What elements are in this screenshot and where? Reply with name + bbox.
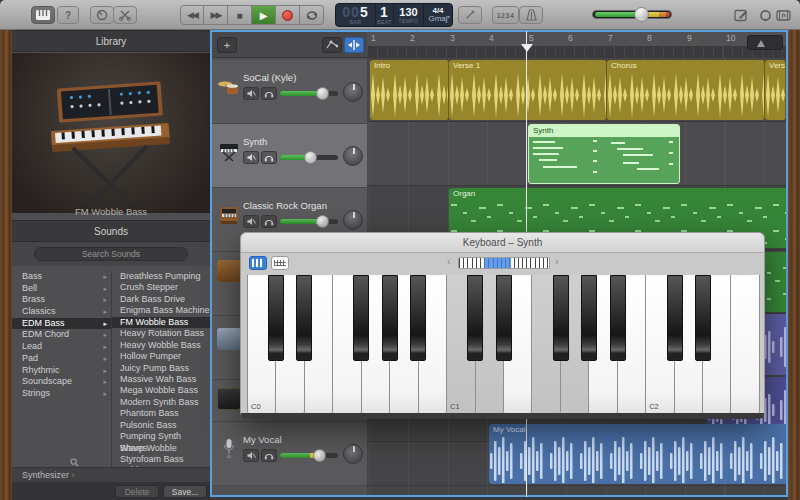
track-volume-slider[interactable]: [280, 453, 338, 458]
category-row[interactable]: Soundscape▸: [12, 376, 111, 388]
track-volume-slider[interactable]: [280, 219, 338, 224]
track-header-synth[interactable]: Synth: [212, 124, 367, 188]
region-verse1[interactable]: Verse 1: [449, 60, 607, 120]
piano-key-Ds1[interactable]: [496, 275, 512, 361]
playhead-marker[interactable]: [521, 44, 533, 52]
category-row[interactable]: Strings▸: [12, 388, 111, 400]
octave-range-strip[interactable]: [458, 257, 550, 269]
piano-key-Cs1[interactable]: [467, 275, 483, 361]
count-in-button[interactable]: 1234: [492, 6, 519, 24]
add-track-button[interactable]: +: [217, 37, 237, 53]
sound-row-selected[interactable]: FM Wobble Bass: [112, 317, 210, 328]
sound-row[interactable]: Crush Stepper: [112, 282, 210, 293]
sound-row[interactable]: Juicy Pump Bass: [112, 363, 210, 374]
solo-button[interactable]: [261, 449, 277, 462]
octave-selection[interactable]: [484, 258, 511, 268]
sound-row[interactable]: Dark Bass Drive: [112, 294, 210, 305]
piano-key-Cs2[interactable]: [667, 275, 683, 361]
play-button[interactable]: ▶: [252, 5, 276, 25]
category-row[interactable]: EDM Chord▸: [12, 329, 111, 341]
editors-button[interactable]: [113, 6, 137, 24]
sound-row[interactable]: Styrofoam Bass: [112, 454, 210, 465]
sound-row[interactable]: Heavy Wobble Bass: [112, 340, 210, 351]
category-row-selected[interactable]: EDM Bass▸: [12, 318, 111, 330]
volume-knob[interactable]: [313, 449, 326, 462]
mute-button[interactable]: [243, 449, 259, 462]
category-row[interactable]: Bell▸: [12, 283, 111, 295]
sound-row[interactable]: Hollow Pumper: [112, 351, 210, 362]
pan-knob[interactable]: [343, 210, 363, 230]
pan-knob[interactable]: [343, 146, 363, 166]
chevron-down-icon[interactable]: ▾: [447, 13, 450, 20]
volume-knob[interactable]: [304, 151, 317, 164]
footer-row[interactable]: Synthesizer ›: [12, 467, 210, 482]
library-toggle-button[interactable]: [31, 6, 55, 24]
category-row[interactable]: Classics▸: [12, 306, 111, 318]
delete-button[interactable]: Delete: [115, 485, 159, 498]
pan-knob[interactable]: [343, 82, 363, 102]
region-synth[interactable]: Synth: [528, 124, 680, 184]
category-row[interactable]: Lead▸: [12, 341, 111, 353]
stop-button[interactable]: ■: [228, 5, 252, 25]
tuner-button[interactable]: [458, 6, 482, 24]
notepad-button[interactable]: [730, 6, 752, 24]
solo-button[interactable]: [261, 151, 277, 164]
record-button[interactable]: [276, 5, 300, 25]
category-row[interactable]: Bass▸: [12, 271, 111, 283]
master-volume-knob[interactable]: [634, 7, 649, 22]
automation-button[interactable]: [322, 37, 342, 53]
sound-row[interactable]: Breathless Pumping: [112, 271, 210, 282]
sound-row[interactable]: Sharp Wobble: [112, 443, 210, 454]
track-header-socal[interactable]: SoCal (Kyle): [212, 60, 367, 124]
search-sounds-input[interactable]: [34, 247, 188, 261]
track-volume-slider[interactable]: [280, 155, 338, 160]
keyboard-window[interactable]: Keyboard – Synth ‹ › C0 C1 C2: [240, 232, 765, 418]
save-button[interactable]: Save...: [163, 485, 207, 498]
solo-button[interactable]: [261, 215, 277, 228]
lcd-display[interactable]: 005 BAR 1 BEAT 130 TEMPO 4/4 Gmaj ▾: [335, 3, 453, 27]
track-header-vocal[interactable]: My Vocal: [212, 422, 367, 486]
piano-key-Ds0[interactable]: [296, 275, 312, 361]
solo-button[interactable]: [261, 87, 277, 100]
quick-help-button[interactable]: ?: [57, 6, 79, 24]
sound-row[interactable]: Enigma Bass Machine: [112, 305, 210, 316]
mute-button[interactable]: [243, 215, 259, 228]
category-row[interactable]: Rhythmic▸: [12, 365, 111, 377]
forward-button[interactable]: ▶▶: [204, 5, 228, 25]
cycle-button[interactable]: [300, 5, 324, 25]
sound-row[interactable]: Pulsonic Bass: [112, 420, 210, 431]
zoom-slider[interactable]: [747, 35, 783, 50]
piano-key-Fs1[interactable]: [553, 275, 569, 361]
category-row[interactable]: Pad▸: [12, 353, 111, 365]
octave-up-button[interactable]: ›: [555, 255, 559, 267]
piano-key-Fs0[interactable]: [353, 275, 369, 361]
media-browser-button[interactable]: [772, 6, 794, 24]
pan-knob[interactable]: [343, 444, 363, 464]
rewind-button[interactable]: ◀◀: [180, 5, 204, 25]
metronome-button[interactable]: [519, 6, 543, 24]
region-intro[interactable]: Intro: [370, 60, 449, 120]
master-volume-slider[interactable]: [592, 10, 672, 19]
sound-row[interactable]: Phantom Bass: [112, 408, 210, 419]
piano-key-Gs0[interactable]: [382, 275, 398, 361]
piano-key-F2[interactable]: [731, 275, 759, 413]
region-vocal[interactable]: My Vocal: [489, 424, 786, 484]
piano-key-Ds2[interactable]: [695, 275, 711, 361]
region-chorus[interactable]: Chorus: [607, 60, 765, 120]
sound-row[interactable]: Heavy Rotation Bass: [112, 328, 210, 339]
sound-row[interactable]: Massive Wah Bass: [112, 374, 210, 385]
category-row[interactable]: Brass▸: [12, 294, 111, 306]
volume-knob[interactable]: [316, 87, 329, 100]
sound-row[interactable]: Modern Synth Bass: [112, 397, 210, 408]
catch-playhead-button[interactable]: [344, 37, 364, 53]
mute-button[interactable]: [243, 151, 259, 164]
piano-key-Gs1[interactable]: [581, 275, 597, 361]
sound-row[interactable]: Pumping Synth Waves: [112, 431, 210, 442]
octave-down-button[interactable]: ‹: [447, 255, 451, 267]
region-verse2[interactable]: Verse 2: [765, 60, 786, 120]
sound-row[interactable]: Mega Wobble Bass: [112, 385, 210, 396]
piano-key-Cs0[interactable]: [268, 275, 284, 361]
mute-button[interactable]: [243, 87, 259, 100]
smart-controls-button[interactable]: [90, 6, 114, 24]
piano-key-As0[interactable]: [410, 275, 426, 361]
